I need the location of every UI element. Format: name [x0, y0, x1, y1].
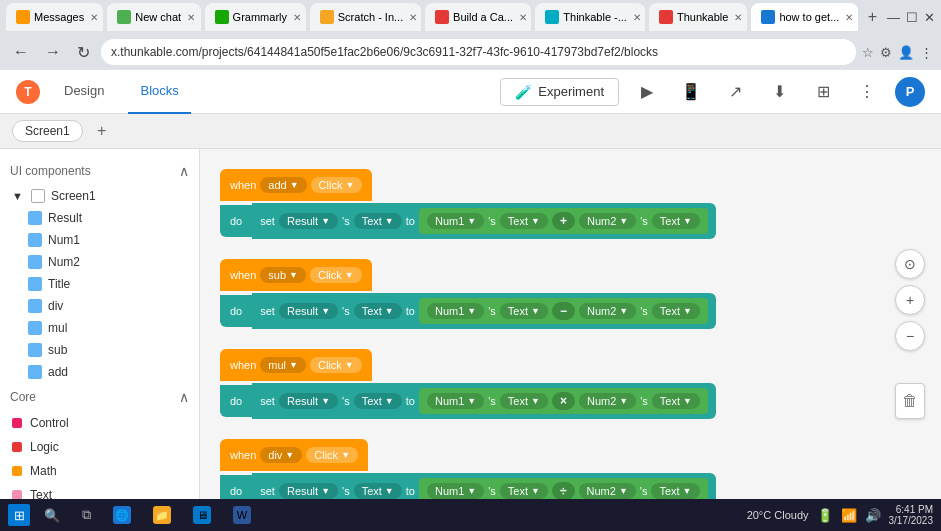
sidebar-item-div[interactable]: div	[0, 295, 199, 317]
account-icon[interactable]: 👤	[898, 45, 914, 60]
add-block-group[interactable]: when add ▼ Click ▼ do set	[220, 169, 921, 239]
core-toggle[interactable]: ∧	[179, 389, 189, 405]
right-comp-mul[interactable]: Num2 ▼	[579, 393, 636, 409]
left-comp-mul[interactable]: Num1 ▼	[427, 393, 484, 409]
forward-button[interactable]: →	[40, 41, 66, 63]
taskbar-explorer[interactable]: 📁	[145, 504, 179, 526]
left-comp-div[interactable]: Num1 ▼	[427, 483, 484, 499]
left-prop-mul[interactable]: Text ▼	[500, 393, 548, 409]
minimize-button[interactable]: —	[887, 10, 900, 25]
tab-scratch[interactable]: Scratch - In... ✕	[310, 3, 421, 31]
sidebar-item-logic[interactable]: Logic	[0, 435, 199, 459]
canvas[interactable]: when add ▼ Click ▼ do set	[200, 149, 941, 499]
sidebar-item-text[interactable]: Text	[0, 483, 199, 499]
tab-messages[interactable]: Messages ✕	[6, 3, 103, 31]
sidebar-item-title[interactable]: Title	[0, 273, 199, 295]
tab-close[interactable]: ✕	[517, 12, 529, 23]
tab-close[interactable]: ✕	[843, 12, 855, 23]
right-prop-sub[interactable]: Text ▼	[652, 303, 700, 319]
right-comp-sub[interactable]: Num2 ▼	[579, 303, 636, 319]
when-component-sub[interactable]: sub ▼	[260, 267, 306, 283]
sidebar-item-control[interactable]: Control	[0, 411, 199, 435]
tab-thunkable[interactable]: Thunkable ✕	[649, 3, 747, 31]
close-window-button[interactable]: ✕	[924, 10, 935, 25]
set-prop-mul[interactable]: Text ▼	[354, 393, 402, 409]
avatar[interactable]: P	[895, 77, 925, 107]
core-header[interactable]: Core ∧	[0, 383, 199, 411]
play-button[interactable]: ▶	[631, 76, 663, 108]
sidebar-item-num1[interactable]: Num1	[0, 229, 199, 251]
taskbar-search[interactable]: 🔍	[36, 506, 68, 525]
when-component-mul[interactable]: mul ▼	[260, 357, 306, 373]
address-input[interactable]	[101, 39, 856, 65]
right-prop-add[interactable]: Text ▼	[652, 213, 700, 229]
trash-button[interactable]: 🗑	[895, 383, 925, 419]
ui-components-toggle[interactable]: ∧	[179, 163, 189, 179]
mul-block-group[interactable]: when mul ▼ Click ▼ do set	[220, 349, 921, 419]
sidebar-item-math[interactable]: Math	[0, 459, 199, 483]
taskbar-word[interactable]: W	[225, 504, 259, 526]
zoom-out-button[interactable]: −	[895, 321, 925, 351]
right-prop-div[interactable]: Text ▼	[651, 483, 699, 499]
tab-howtoget[interactable]: how to get... ✕	[751, 3, 857, 31]
bookmark-icon[interactable]: ☆	[862, 45, 874, 60]
when-event-mul[interactable]: Click ▼	[310, 357, 362, 373]
tab-close[interactable]: ✕	[732, 12, 744, 23]
sidebar-item-add[interactable]: add	[0, 361, 199, 383]
when-div-block[interactable]: when div ▼ Click ▼	[220, 439, 368, 471]
when-mul-block[interactable]: when mul ▼ Click ▼	[220, 349, 372, 381]
tab-buildcalc[interactable]: Build a Ca... ✕	[425, 3, 531, 31]
set-target-add[interactable]: Result ▼	[279, 213, 338, 229]
right-prop-mul[interactable]: Text ▼	[652, 393, 700, 409]
set-prop-add[interactable]: Text ▼	[354, 213, 402, 229]
ui-components-header[interactable]: UI components ∧	[0, 157, 199, 185]
split-view-button[interactable]: ⊞	[807, 76, 839, 108]
taskbar-vscode[interactable]: 🖥	[185, 504, 219, 526]
tab-close[interactable]: ✕	[407, 12, 419, 23]
tab-design[interactable]: Design	[52, 70, 116, 114]
start-button[interactable]: ⊞	[8, 504, 30, 526]
left-prop-div[interactable]: Text ▼	[500, 483, 548, 499]
when-sub-block[interactable]: when sub ▼ Click ▼	[220, 259, 372, 291]
sidebar-item-sub[interactable]: sub	[0, 339, 199, 361]
sidebar-item-result[interactable]: Result	[0, 207, 199, 229]
screen-tab-screen1[interactable]: Screen1	[12, 120, 83, 142]
tab-close[interactable]: ✕	[291, 12, 303, 23]
more-icon[interactable]: ⋮	[920, 45, 933, 60]
maximize-button[interactable]: ☐	[906, 10, 918, 25]
tab-thinkable[interactable]: Thinkable -... ✕	[535, 3, 645, 31]
set-target-div[interactable]: Result ▼	[279, 483, 338, 499]
right-comp-add[interactable]: Num2 ▼	[579, 213, 636, 229]
sidebar-item-screen1[interactable]: ▼ Screen1	[0, 185, 199, 207]
extensions-icon[interactable]: ⚙	[880, 45, 892, 60]
left-comp-sub[interactable]: Num1 ▼	[427, 303, 484, 319]
left-comp-add[interactable]: Num1 ▼	[427, 213, 484, 229]
tab-close[interactable]: ✕	[88, 12, 100, 23]
download-button[interactable]: ⬇	[763, 76, 795, 108]
zoom-fit-button[interactable]: ⊙	[895, 249, 925, 279]
tab-close[interactable]: ✕	[185, 12, 197, 23]
zoom-in-button[interactable]: +	[895, 285, 925, 315]
set-target-sub[interactable]: Result ▼	[279, 303, 338, 319]
left-prop-sub[interactable]: Text ▼	[500, 303, 548, 319]
when-component-add[interactable]: add ▼	[260, 177, 306, 193]
taskbar-browser[interactable]: 🌐	[105, 504, 139, 526]
when-event-sub[interactable]: Click ▼	[310, 267, 362, 283]
experiment-button[interactable]: 🧪 Experiment	[500, 78, 619, 106]
add-screen-button[interactable]: +	[91, 120, 113, 142]
when-event-div[interactable]: Click ▼	[306, 447, 358, 463]
div-block-group[interactable]: when div ▼ Click ▼ do set	[220, 439, 921, 499]
phone-preview-button[interactable]: 📱	[675, 76, 707, 108]
tree-toggle-screen1[interactable]: ▼	[12, 190, 23, 202]
set-prop-sub[interactable]: Text ▼	[354, 303, 402, 319]
share-button[interactable]: ↗	[719, 76, 751, 108]
tab-newchat[interactable]: New chat ✕	[107, 3, 200, 31]
set-prop-div[interactable]: Text ▼	[354, 483, 402, 499]
sidebar-item-mul[interactable]: mul	[0, 317, 199, 339]
tab-grammarly[interactable]: Grammarly ✕	[205, 3, 306, 31]
sidebar-item-num2[interactable]: Num2	[0, 251, 199, 273]
set-target-mul[interactable]: Result ▼	[279, 393, 338, 409]
tab-close[interactable]: ✕	[631, 12, 643, 23]
when-add-block[interactable]: when add ▼ Click ▼	[220, 169, 372, 201]
reload-button[interactable]: ↻	[72, 41, 95, 64]
